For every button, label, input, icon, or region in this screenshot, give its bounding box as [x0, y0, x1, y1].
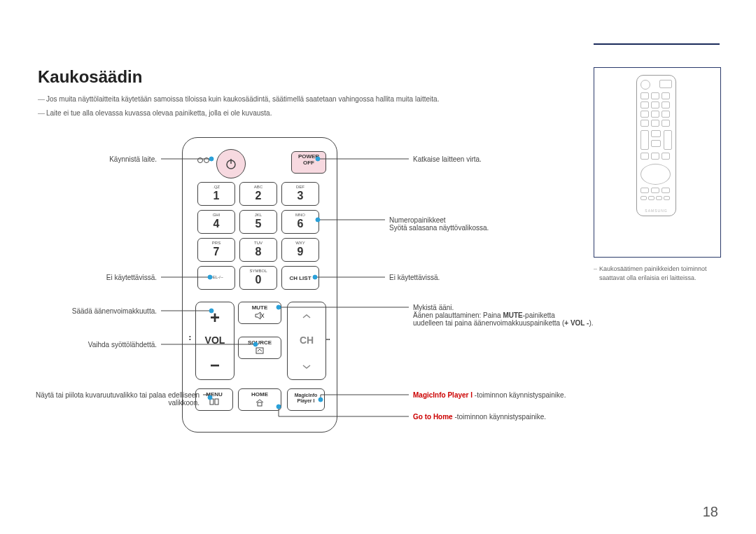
chevron-up-icon [288, 309, 326, 322]
note-2: Laite ei tue alla olevassa kuvassa oleva… [46, 108, 272, 119]
mute-icon [255, 311, 265, 320]
callout-magicinfo: MagicInfo Player I -toiminnon käynnistys… [413, 391, 595, 399]
channel-rocker: CH [287, 302, 326, 380]
notes-block: ―Jos muita näyttölaitteita käytetään sam… [38, 94, 439, 122]
menu-button: MENU [195, 388, 233, 411]
callout-menu: Näytä tai piilota kuvaruutuvalikko tai p… [0, 391, 200, 407]
callout-numbers: Numeropainikkeet Syötä salasana näyttöva… [389, 216, 571, 232]
key-4: GHI4 [197, 210, 235, 234]
key-2: ABC2 [239, 182, 277, 206]
key-3: DEF3 [281, 182, 319, 206]
vol-plus-icon: + [196, 308, 234, 328]
manual-page: Kaukosäädin ―Jos muita näyttölaitteita k… [0, 0, 756, 534]
svg-marker-2 [255, 312, 260, 319]
led-icon [204, 157, 209, 163]
key-8: TUV8 [239, 238, 277, 262]
numeric-keypad: .QZ1 ABC2 DEF3 GHI4 JKL5 MNO6 PRS7 TUV8 … [195, 180, 324, 292]
callout-adjust-vol: Säädä äänenvoimakkuutta. [38, 307, 157, 315]
page-title: Kaukosäädin [38, 67, 142, 87]
remote-diagram: POWER OFF .QZ1 ABC2 DEF3 GHI4 JKL5 MNO6 … [182, 137, 337, 433]
callout-not-avail-left: Ei käytettävissä. [38, 274, 157, 281]
power-on-button [216, 149, 246, 178]
header-rule [594, 43, 720, 45]
home-button: HOME [238, 388, 281, 411]
callout-power-on: Käynnistä laite. [38, 155, 157, 163]
power-off-label-1: POWER [298, 153, 319, 160]
key-0: SYMBOL0 [239, 266, 277, 290]
callout-not-avail-right: Ei käytettävissä. [389, 274, 557, 281]
svg-rect-8 [258, 402, 262, 406]
note-1: Jos muita näyttölaitteita käytetään samo… [46, 94, 439, 105]
key-5: JKL5 [239, 210, 277, 234]
source-icon [255, 346, 265, 355]
source-button: SOURCE [238, 337, 281, 359]
mute-button: MUTE [238, 302, 281, 324]
svg-rect-7 [215, 399, 218, 405]
power-off-button: POWER OFF [291, 151, 326, 174]
power-off-label-2: OFF [303, 160, 314, 166]
sidebox-note: –Kaukosäätimen painikkeiden toiminnot sa… [594, 265, 727, 282]
brand-label: SAMSUNG [637, 209, 676, 213]
vol-minus-icon: − [196, 356, 234, 375]
callout-power-off: Katkaise laitteen virta. [413, 155, 581, 163]
callout-change-src: Vaihda syöttölähdettä. [38, 341, 157, 349]
menu-icon [209, 398, 219, 405]
key-6: MNO6 [281, 210, 319, 234]
volume-rocker: + VOL − [195, 302, 234, 380]
svg-rect-5 [256, 348, 263, 353]
chevron-down-icon [288, 360, 326, 372]
key-7: PRS7 [197, 238, 235, 262]
dots-icon: •• [189, 335, 191, 341]
key-9: WXY9 [281, 238, 319, 262]
svg-rect-6 [210, 399, 214, 405]
ch-label: CH [288, 335, 326, 346]
magicinfo-button: MagicInfo Player I [287, 388, 325, 411]
callout-home: Go to Home -toiminnon käynnistyspainike. [413, 413, 595, 421]
power-icon [224, 157, 238, 171]
side-illustration-box: SAMSUNG [594, 67, 721, 258]
mini-remote-icon: SAMSUNG [636, 75, 676, 216]
key-chlist: CH LIST [281, 266, 319, 290]
key-1: .QZ1 [197, 182, 235, 206]
dots-icon: •• [326, 338, 330, 341]
home-icon [255, 398, 265, 407]
led-icon [197, 157, 203, 163]
callout-mute: Mykistä ääni. Äänen palauttaminen: Paina… [413, 304, 595, 327]
key-del: DEL-/-- [197, 266, 235, 290]
page-number: 18 [703, 504, 718, 520]
vol-label: VOL [196, 335, 234, 346]
